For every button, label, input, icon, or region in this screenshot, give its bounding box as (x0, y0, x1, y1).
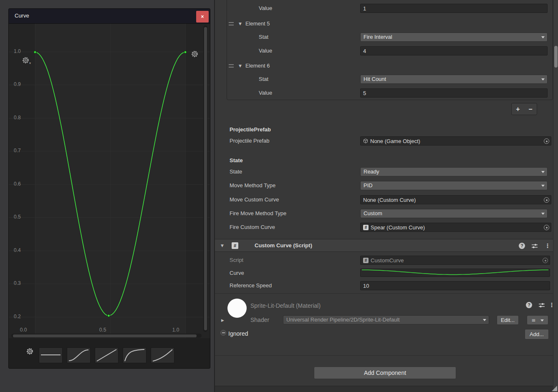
curve-graph-area[interactable]: 1.0 0.9 0.8 0.7 0.6 0.5 0.4 0.3 0.2 0.0 … (9, 24, 210, 338)
value-field (360, 4, 548, 13)
horizontal-scrollbar-thumb[interactable] (13, 334, 197, 337)
element-title[interactable]: Element 5 (245, 19, 270, 28)
close-icon: × (201, 14, 204, 20)
close-button[interactable]: × (196, 11, 209, 23)
field-label: Fire Move Method Type (230, 209, 286, 218)
curve-canvas (9, 24, 210, 338)
drag-handle-icon[interactable] (229, 22, 234, 25)
curve-editor-window: Curve × (8, 8, 210, 369)
curve-preset-ease-out[interactable] (123, 347, 146, 363)
field-label: Value (259, 4, 272, 13)
add-element-button[interactable]: + (512, 103, 524, 115)
drag-handle-icon[interactable] (229, 64, 234, 68)
shader-edit-button[interactable]: Edit... (497, 315, 519, 325)
state-dropdown[interactable]: Ready (360, 167, 548, 176)
foldout-open-icon[interactable]: ▼ (221, 241, 224, 250)
add-modifier-button[interactable]: Add... (525, 329, 549, 339)
value-input[interactable] (360, 4, 548, 13)
move-custom-curve-object-field[interactable]: None (Custom Curve) (360, 195, 551, 204)
projectile-prefab-object-field[interactable]: None (Game Object) (360, 136, 551, 146)
reference-speed-field (360, 281, 550, 290)
object-field-value: CustomCurve (371, 257, 404, 264)
shader-dropdown[interactable]: Universal Render Pipeline/2D/Sprite-Lit-… (283, 315, 489, 324)
dropdown-value: Fire Interval (364, 34, 392, 40)
separator (215, 355, 553, 356)
object-field-value: Spear (Custom Curve) (371, 224, 425, 231)
stat-dropdown-element6[interactable]: Hit Count (360, 75, 548, 84)
custom-curve-component-header[interactable]: ▼ # Custom Curve (Script) ? ⋮ (215, 239, 553, 252)
kebab-menu-icon[interactable]: ⋮ (545, 242, 550, 249)
cube-icon (363, 138, 368, 143)
value-field-element6 (360, 88, 548, 98)
inspector-scrollbar[interactable] (553, 0, 558, 392)
object-picker-icon[interactable] (543, 258, 548, 263)
material-title: Sprite-Lit-Default (Material) (250, 301, 321, 310)
y-tick-label: 0.5 (14, 214, 21, 220)
curve-preview-canvas (361, 269, 550, 276)
field-label: Value (259, 46, 272, 55)
curve-preview-field[interactable] (360, 269, 550, 277)
foldout-open-icon[interactable]: ▼ (239, 61, 242, 70)
field-label: Curve (230, 269, 244, 278)
vertical-scrollbar-thumb[interactable] (204, 27, 207, 330)
field-label: Fire Custom Curve (230, 223, 275, 232)
add-component-button[interactable]: Add Component (314, 367, 456, 379)
horizontal-scrollbar[interactable] (11, 334, 202, 338)
gear-dropdown-arrow-icon[interactable]: ▾ (29, 60, 31, 66)
field-label: Move Method Type (230, 181, 275, 190)
script-asset-icon: # (363, 258, 369, 263)
curve-preset-ease-in-out[interactable] (67, 347, 91, 363)
key-settings-gear-icon[interactable] (22, 57, 29, 65)
fire-move-method-dropdown[interactable]: Custom (360, 209, 548, 218)
element-title[interactable]: Element 6 (245, 61, 270, 70)
fire-custom-curve-object-field[interactable]: # Spear (Custom Curve) (360, 223, 551, 232)
stat-dropdown-element5[interactable]: Fire Interval (360, 33, 548, 42)
presets-icon[interactable] (538, 302, 545, 310)
x-tick-label: 0.5 (96, 327, 109, 333)
window-resize-grip[interactable] (552, 386, 557, 391)
y-tick-label: 0.2 (14, 314, 21, 319)
shader-properties-button[interactable]: ≡ (527, 315, 548, 325)
vertical-scrollbar[interactable] (203, 25, 207, 332)
dropdown-value: Ready (364, 168, 379, 175)
script-object-field[interactable]: # CustomCurve (360, 256, 550, 265)
foldout-closed-icon[interactable]: ▶ (221, 316, 224, 325)
chevron-down-icon (540, 319, 544, 322)
remove-element-button[interactable]: − (524, 103, 537, 115)
section-header: ProjectilePrefab (230, 125, 271, 134)
y-tick-label: 0.7 (14, 148, 21, 153)
inspector-panel: Value ▼ Element 5 Stat Fire Interval Val… (215, 0, 558, 392)
script-component-icon: # (232, 242, 238, 249)
help-icon[interactable]: ? (519, 243, 525, 249)
field-label: Move Custom Curve (230, 195, 279, 204)
dropdown-value: PID (364, 182, 373, 188)
material-preview-sphere (227, 299, 247, 318)
curve-window-title: Curve (15, 13, 29, 19)
curve-window-titlebar[interactable]: Curve × (9, 9, 210, 24)
field-label: Stat (259, 33, 268, 42)
presets-settings-gear-icon[interactable] (26, 348, 33, 357)
curve-preset-constant[interactable] (39, 347, 63, 363)
y-tick-label: 0.4 (14, 247, 21, 253)
inspector-scrollbar-thumb[interactable] (554, 46, 558, 68)
curve-preset-linear[interactable] (95, 347, 119, 363)
value-input[interactable] (360, 88, 548, 98)
section-header: State (230, 156, 243, 165)
reference-speed-input[interactable] (360, 281, 550, 290)
field-label: Script (230, 256, 243, 265)
field-label: Value (259, 88, 272, 98)
object-picker-icon[interactable] (544, 197, 549, 203)
curve-preset-ease-in[interactable] (151, 347, 174, 363)
object-picker-icon[interactable] (544, 225, 549, 230)
field-label: State (230, 167, 242, 176)
foldout-open-icon[interactable]: ▼ (239, 19, 242, 28)
object-picker-icon[interactable] (544, 138, 549, 144)
curve-preview-path (362, 270, 548, 274)
key-settings-gear-icon[interactable] (191, 50, 198, 59)
help-icon[interactable]: ? (526, 302, 532, 308)
presets-icon[interactable] (531, 243, 538, 251)
move-method-dropdown[interactable]: PID (360, 181, 548, 190)
value-input[interactable] (360, 46, 548, 55)
list-icon: ≡ (531, 317, 535, 323)
y-tick-label: 0.6 (14, 181, 21, 187)
